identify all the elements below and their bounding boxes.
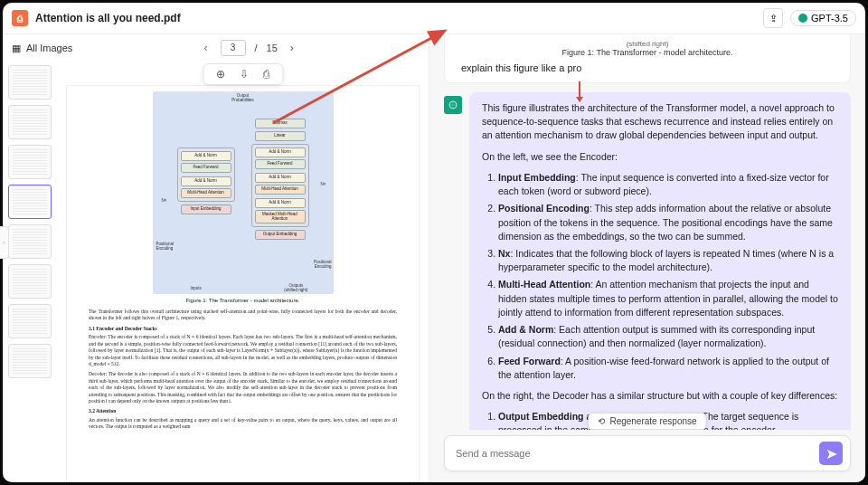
app-icon: ⎙ [12,10,28,26]
fig-addnorm: Add & Norm [255,147,306,157]
download-icon[interactable]: ⇩ [240,68,249,81]
fig-nx-right: N× [321,182,326,186]
all-images-label[interactable]: All Images [26,43,72,53]
list-item: Positional Encoding: This step adds info… [498,202,838,243]
model-dot-icon [798,14,807,23]
fig-ff: Feed Forward [255,159,306,169]
thumbnail[interactable] [8,344,52,378]
print-icon[interactable]: ⎙ [263,68,269,81]
zoom-icon[interactable]: ⊕ [216,68,225,81]
quoted-shifted: (shifted right) [461,40,834,48]
message-input[interactable] [456,448,819,459]
fig-in-emb: Input Embedding [181,204,231,214]
user-prompt-text: explain this figure like a pro [461,62,834,73]
openai-icon [448,100,458,110]
assistant-avatar [444,96,462,114]
thumbnail[interactable] [8,105,52,139]
fig-addnorm: Add & Norm [181,176,231,186]
send-icon: ➤ [826,445,837,462]
list-item: Feed Forward: A position-wise feed-forwa… [498,355,838,382]
fig-out-emb: Output Embedding [255,230,306,240]
fig-outputs: Outputs (shifted right) [284,283,307,292]
thumbnail[interactable] [8,145,52,179]
fig-inputs: Inputs [191,286,202,290]
paper-paragraph: Encoder: The encoder is composed of a st… [89,334,397,367]
thumbnail[interactable] [8,264,52,299]
page-separator: / [255,43,258,53]
paper-section-heading: 3.1 Encoder and Decoder Stacks [89,326,397,332]
document-title: Attention is all you need.pdf [35,12,756,24]
regenerate-button[interactable]: ⟲ Regenerate response [588,413,706,430]
share-icon: ⇪ [769,13,778,24]
paper-paragraph: Decoder: The decoder is also composed of… [89,371,397,404]
share-button[interactable]: ⇪ [763,8,783,28]
fig-linear: Linear [255,131,306,141]
thumbnail[interactable] [8,224,52,259]
list-item: Nx: Indicates that the following block o… [498,247,838,274]
model-label: GPT-3.5 [811,13,848,24]
thumbnail-strip [3,62,57,482]
pdf-toolbar: ⊕ ⇩ ⎙ [203,63,283,85]
annotation-arrow-small [579,81,580,101]
page-current-input[interactable]: 3 [221,40,246,56]
paper-section-heading: 3.2 Attention [89,408,397,414]
fig-output-prob: Output Probabilities [153,93,334,102]
quoted-caption: Figure 1: The Transformer - model archit… [461,48,834,57]
list-item: Add & Norm: Each attention output is sum… [498,323,838,350]
encoder-list: Input Embedding: The input sequence is c… [482,171,838,382]
model-selector[interactable]: GPT-3.5 [790,10,856,26]
expand-handle[interactable]: ‹ [3,226,9,259]
page-total: 15 [267,43,278,53]
message-input-container: ➤ [444,435,851,471]
fig-pe-right: Positional Encoding [314,260,332,269]
prev-page-button[interactable]: ‹ [201,42,212,54]
refresh-icon: ⟲ [598,416,605,426]
fig-ff: Feed Forward [181,163,231,173]
list-item: Input Embedding: The input sequence is c… [498,171,838,198]
thumbnail-active[interactable] [8,185,52,219]
regenerate-label: Regenerate response [609,416,696,426]
paper-paragraph: An attention function can be described a… [89,417,397,431]
fig-mha: Multi-Head Attention [181,188,231,198]
pdf-page: Output Probabilities Softmax Linear Add … [66,85,420,482]
fig-addnorm: Add & Norm [255,198,306,208]
images-icon: ▦ [12,43,21,54]
thumbnail[interactable] [8,65,52,100]
fig-pe-left: Positional Encoding [156,242,175,251]
fig-masked: Masked Multi-Head Attention [255,210,306,224]
user-message: (shifted right) Figure 1: The Transforme… [444,34,851,83]
ai-right-heading: On the right, the Decoder has a similar … [482,389,838,403]
fig-addnorm: Add & Norm [255,173,306,183]
ai-left-heading: On the left, we see the Encoder: [482,150,838,164]
send-button[interactable]: ➤ [819,442,843,465]
assistant-message: This figure illustrates the architecture… [469,92,851,430]
fig-addnorm: Add & Norm [181,151,231,161]
thumbnail[interactable] [8,304,52,338]
list-item: Multi-Head Attention: An attention mecha… [498,278,838,319]
fig-mha: Multi-Head Attention [255,185,306,195]
fig-softmax: Softmax [255,119,306,128]
fig-nx-left: N× [162,198,167,203]
next-page-button[interactable]: › [287,42,297,54]
paper-paragraph: The Transformer follows this overall arc… [89,309,397,322]
ai-intro: This figure illustrates the architecture… [482,101,838,143]
